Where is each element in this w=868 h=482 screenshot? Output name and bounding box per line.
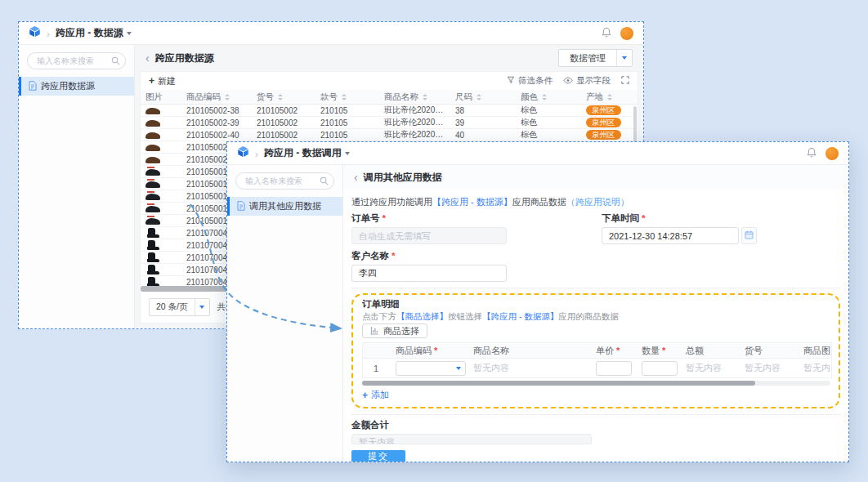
avatar[interactable] (620, 27, 633, 40)
bell-icon[interactable] (807, 146, 817, 161)
sidebar: 调用其他应用数据 (227, 165, 343, 462)
product-image (148, 240, 155, 250)
subform-column-header: 数量* (635, 343, 679, 359)
cell-product-code: 210105002-39 (181, 117, 252, 129)
subform-row: 1 暂无内容 暂无内容 暂无内容 暂无内容 (363, 359, 832, 378)
sidebar-search[interactable] (235, 172, 334, 190)
datasource-link[interactable]: 【跨应用 - 数据源】 (482, 311, 558, 321)
scrollbar-thumb[interactable] (362, 381, 755, 386)
intro-text: 应用商品数据 (512, 197, 566, 207)
view-header: ‹ 调用其他应用数据 (343, 165, 848, 190)
datasource-link[interactable]: 【跨应用 - 数据源】 (432, 197, 512, 207)
form-intro: 通过跨应用功能调用【跨应用 - 数据源】应用商品数据（跨应用说明） (351, 198, 840, 207)
view-title: 跨应用数据源 (155, 51, 214, 65)
cell-size: 38 (450, 105, 516, 117)
cell-item-no: 210105002 (252, 105, 315, 117)
data-manage-split-button[interactable]: 数据管理 (558, 49, 633, 67)
product-code-select[interactable] (396, 361, 466, 376)
submit-button[interactable]: 提交 (351, 450, 405, 462)
table-row[interactable]: 210105002-40 210105002 210105 班比帝伦2020夏季… (141, 129, 638, 141)
hint-text: 按钮选择 (448, 311, 482, 321)
sort-arrows-icon[interactable] (423, 94, 427, 100)
order-time-field[interactable] (602, 227, 739, 244)
order-detail-highlight-box: 订单明细 点击下方【商品选择】按钮选择【跨应用 - 数据源】应用的商品数据 商品… (351, 293, 840, 408)
avatar[interactable] (825, 147, 839, 160)
sort-arrows-icon[interactable] (278, 94, 283, 100)
sidebar-search[interactable] (27, 52, 126, 69)
product-select-label: 商品选择 (383, 325, 419, 337)
fullscreen-icon[interactable] (621, 76, 629, 86)
hint-text: 应用的商品数据 (558, 311, 619, 321)
app-title-text: 跨应用 - 数据源 (56, 26, 123, 40)
cell-color: 棕色 (516, 117, 581, 129)
show-fields-button[interactable]: 显示字段 (563, 75, 611, 87)
filter-button[interactable]: 筛选条件 (507, 75, 553, 87)
sort-arrows-icon[interactable] (542, 94, 547, 100)
product-image (148, 265, 155, 274)
chevron-down-icon (622, 56, 627, 60)
unit-price-input[interactable] (596, 361, 632, 376)
product-select-link[interactable]: 【商品选择】 (396, 311, 448, 321)
sidebar-item-datasource[interactable]: 跨应用数据源 (19, 77, 134, 96)
total-placeholder: 暂无内容 (679, 359, 738, 378)
required-star: * (434, 346, 437, 355)
order-no-field[interactable] (351, 227, 507, 244)
amount-total-field[interactable]: 暂无内容 (351, 434, 592, 444)
data-manage-label[interactable]: 数据管理 (559, 50, 616, 66)
bell-icon[interactable] (602, 26, 611, 41)
column-header[interactable]: 款号 (315, 90, 379, 105)
app-title-dropdown[interactable]: 跨应用 - 数据调用 (264, 146, 350, 160)
sort-arrows-icon[interactable] (607, 94, 612, 100)
required-star: * (642, 213, 645, 223)
sort-arrows-icon[interactable] (477, 94, 481, 100)
table-row[interactable]: 210105002-38 210105002 210105 班比帝伦2020夏季… (141, 105, 638, 117)
new-record-button[interactable]: 新建 (149, 75, 176, 87)
app-title-dropdown[interactable]: 跨应用 - 数据源 (56, 26, 132, 40)
customer-label: 客户名称* (351, 251, 507, 261)
back-arrow-icon[interactable]: ‹ (145, 51, 150, 65)
column-header[interactable]: 产地 (581, 90, 638, 105)
column-header[interactable]: 商品编码 (181, 90, 252, 105)
quantity-input[interactable] (642, 361, 678, 376)
document-icon (237, 201, 245, 212)
order-detail-title: 订单明细 (362, 300, 830, 309)
required-star: * (616, 346, 620, 355)
table-row[interactable]: 210105002-39 210105002 210105 班比帝伦2020夏季… (141, 117, 638, 129)
product-select-button[interactable]: 商品选择 (362, 324, 427, 338)
column-header[interactable]: 商品名称 (379, 90, 450, 105)
cell-size: 39 (450, 117, 516, 129)
data-manage-caret[interactable] (616, 50, 632, 66)
help-link[interactable]: （跨应用说明） (566, 197, 629, 207)
new-record-label: 新建 (158, 76, 176, 86)
column-header[interactable]: 颜色 (516, 90, 581, 105)
subform-column-header: 总额 (679, 343, 738, 359)
subform-horizontal-scrollbar[interactable] (362, 381, 830, 386)
cell-product-name: 班比帝伦2020夏季真皮.. (379, 129, 450, 141)
sidebar-item-call-data[interactable]: 调用其他应用数据 (227, 197, 342, 216)
cell-product-name: 班比帝伦2020夏季真皮.. (379, 117, 450, 129)
back-arrow-icon[interactable]: ‹ (354, 171, 358, 184)
add-row-button[interactable]: 添加 (362, 389, 389, 401)
column-header[interactable]: 货号 (252, 90, 315, 105)
page-size-select[interactable]: 20 条/页 (149, 298, 210, 316)
app-header: 跨应用 - 数据调用 (227, 142, 848, 165)
eye-icon (563, 76, 573, 86)
column-header[interactable]: 尺码 (450, 90, 516, 105)
search-input[interactable] (35, 56, 111, 66)
subform-column-header: 商品图片 (797, 343, 832, 359)
sort-arrows-icon[interactable] (225, 94, 230, 100)
sort-arrows-icon[interactable] (342, 94, 347, 100)
origin-badge: 泉州区 (586, 105, 621, 115)
cell-size: 40 (450, 129, 516, 141)
search-input[interactable] (244, 176, 320, 186)
image-placeholder: 暂无内容 (797, 359, 832, 378)
customer-field[interactable] (351, 265, 507, 282)
origin-badge: 泉州区 (586, 118, 621, 127)
sidebar-item-label: 跨应用数据源 (41, 80, 95, 92)
product-name-placeholder: 暂无内容 (467, 359, 589, 378)
search-icon (320, 174, 329, 189)
calendar-button[interactable] (741, 227, 757, 244)
cell-product-name: 班比帝伦2020夏季真皮.. (379, 105, 450, 117)
column-header[interactable]: 图片 (141, 90, 181, 105)
amount-total-label: 金额合计 (351, 420, 840, 430)
